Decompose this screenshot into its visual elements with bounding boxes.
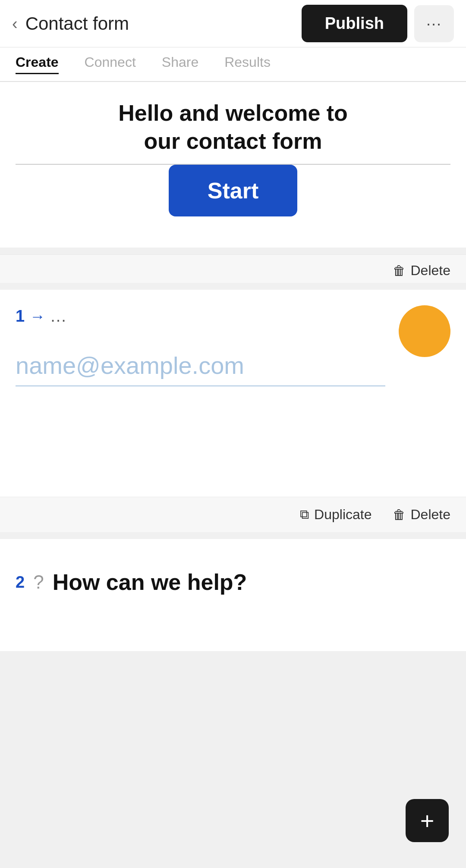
start-button[interactable]: Start	[169, 165, 297, 216]
tab-connect[interactable]: Connect	[85, 54, 136, 74]
welcome-delete-button[interactable]: 🗑 Delete	[393, 263, 451, 279]
question-1-delete-button[interactable]: 🗑 Delete	[393, 507, 451, 523]
question-2-inner: 2 ? How can we help?	[0, 539, 466, 625]
question-1-duplicate-label: Duplicate	[314, 507, 372, 523]
more-options-button[interactable]: ···	[414, 5, 454, 42]
page-title: Contact form	[25, 13, 129, 34]
question-1-number: 1	[16, 307, 25, 326]
trash-icon-q1: 🗑	[393, 508, 406, 522]
question-2-text: How can we help?	[53, 569, 247, 595]
add-question-fab[interactable]: +	[406, 799, 449, 842]
question-1-actions: ⧉ Duplicate 🗑 Delete	[0, 497, 466, 532]
welcome-heading-partial: Hello and welcome toour contact form	[16, 99, 450, 165]
tab-share[interactable]: Share	[162, 54, 198, 74]
tab-create[interactable]: Create	[16, 54, 59, 74]
tab-results[interactable]: Results	[224, 54, 271, 74]
question-1-arrow: →	[30, 307, 45, 326]
question-1-card: 1 → ... name@example.com ⧉ Duplicate 🗑 D…	[0, 290, 466, 532]
header-right: Publish ···	[302, 5, 454, 42]
back-button[interactable]: ‹	[12, 16, 18, 32]
question-2-number: 2	[16, 573, 25, 592]
question-1-duplicate-button[interactable]: ⧉ Duplicate	[300, 507, 372, 523]
welcome-card-actions: 🗑 Delete	[0, 254, 466, 283]
question-2-card: 2 ? How can we help?	[0, 539, 466, 651]
trash-icon: 🗑	[393, 263, 406, 278]
question-1-delete-label: Delete	[411, 507, 451, 523]
question-1-inner: 1 → ... name@example.com	[0, 290, 466, 497]
publish-button[interactable]: Publish	[302, 5, 407, 42]
main-content: Hello and welcome toour contact form Sta…	[0, 82, 466, 651]
welcome-card: Hello and welcome toour contact form Sta…	[0, 82, 466, 248]
question-2-icon: ?	[33, 571, 44, 593]
orange-avatar-circle	[399, 305, 450, 357]
question-1-header: 1 → ...	[16, 307, 450, 326]
question-1-dots: ...	[50, 307, 67, 326]
app-header: ‹ Contact form Publish ···	[0, 0, 466, 47]
header-left: ‹ Contact form	[12, 13, 129, 34]
duplicate-icon: ⧉	[300, 507, 309, 522]
tab-bar: Create Connect Share Results	[0, 47, 466, 82]
email-input-placeholder[interactable]: name@example.com	[16, 351, 385, 386]
welcome-delete-label: Delete	[411, 263, 451, 279]
